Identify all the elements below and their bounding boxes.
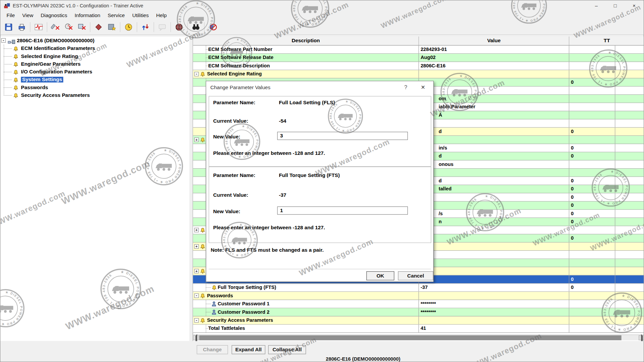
change-button[interactable]: Change [197,345,228,354]
collapse-icon[interactable]: - [194,318,199,322]
tree-item-label: ECM Identification Parameters [21,46,95,51]
tree-root[interactable]: - 2806C-E16 (DEMO00000000000) [0,37,189,45]
globe-icon[interactable] [173,21,185,33]
window-title: EST-OLYMPIAN 2023C v1.0 - Configuration … [13,3,143,9]
sidebar-item-system-settings[interactable]: System Settings [0,76,189,84]
close-icon[interactable]: × [625,0,643,11]
collapse-icon[interactable]: - [194,294,199,298]
row-description: -Selected Engine Rating [193,70,419,78]
sidebar-item-selected-engine-rating[interactable]: Selected Engine Rating [0,53,189,60]
row-value [419,119,569,127]
dialog-help-icon[interactable]: ? [399,81,412,94]
fts-current-value: -37 [279,192,286,198]
row-tattletale [569,243,644,250]
row-tattletale: 0 [569,185,644,193]
timer-icon[interactable] [122,21,135,33]
flash-star-icon[interactable] [106,21,118,33]
binoculars-icon[interactable] [190,21,202,33]
row-tattletale [569,119,644,127]
row-tattletale: 0 [569,234,644,242]
expand-icon[interactable]: + [194,244,199,249]
menu-help[interactable]: Help [152,12,170,19]
expand-icon[interactable]: + [194,269,199,273]
gauge-x-icon[interactable] [62,21,75,33]
row-value [419,267,569,275]
service-x-icon[interactable] [49,21,62,33]
fts-param-value: Full Torque Setting (FTS) [279,172,340,178]
row-value [419,226,569,234]
row-tattletale: 0 [569,284,644,291]
row-tattletale: 0 [569,218,644,226]
sidebar-item-engine-gear-parameters[interactable]: Engine/Gear Parameters [0,60,189,68]
row-value: 2806C-E16 [419,62,569,70]
dialog-title[interactable]: Change Parameter Values [206,81,433,94]
maximize-icon[interactable]: □ [606,0,625,11]
fls-new-label: New Value: [213,134,240,139]
table-row[interactable]: ECM Software Description2806C-E16 [193,62,644,70]
row-value [419,136,569,143]
scroll-right-icon[interactable] [639,335,644,340]
table-row[interactable]: Customer Password 2******** [193,308,644,316]
expand-icon[interactable]: + [194,137,199,142]
menu-service[interactable]: Service [104,12,128,19]
column-header-tt[interactable]: TT [569,37,644,45]
table-row[interactable]: -Selected Engine Rating [193,70,644,78]
menu-file[interactable]: File [3,12,19,19]
scrollbar-thumb[interactable] [199,335,622,340]
row-value: n [419,218,569,226]
expand-all-button[interactable]: Expand All [232,345,265,354]
sidebar-item-security-access-parameters[interactable]: Security Access Parameters [0,92,189,99]
menu-view[interactable]: View [18,12,37,19]
row-tattletale [569,62,644,70]
column-header-value[interactable]: Value [419,37,569,45]
print-icon[interactable] [16,21,28,33]
row-value: -37 [419,284,569,291]
row-value [419,193,569,201]
collapse-all-button[interactable]: Collapse All [268,345,306,354]
disconnect-icon[interactable] [207,21,219,33]
message-icon[interactable] [156,21,168,33]
row-value [419,70,569,78]
expand-icon[interactable]: + [194,228,199,232]
toolbar-separator [30,22,30,32]
menu-diagnostics[interactable]: Diagnostics [37,12,71,19]
row-value: onous [419,161,569,168]
parameter-group-icon [200,244,205,250]
table-row[interactable]: -Security Access Parameters [193,316,644,324]
collapse-icon[interactable]: - [1,38,6,43]
row-tattletale [569,226,644,234]
menu-information[interactable]: Information [71,12,104,19]
row-value [419,292,569,300]
dialog-close-icon[interactable]: ✕ [416,81,430,94]
menu-utilities[interactable]: Utilities [128,12,152,19]
table-row[interactable]: Customer Password 1******** [193,300,644,308]
scroll-left-icon[interactable] [193,335,199,340]
sidebar-item-passwords[interactable]: Passwords [0,84,189,92]
row-description: ECM Software Release Date [193,54,419,61]
row-description: ECM Software Description [193,62,419,70]
diamond-icon[interactable] [93,21,105,33]
program-x-icon[interactable] [75,21,88,33]
minimize-icon[interactable]: – [587,0,606,11]
save-icon[interactable] [2,21,15,33]
table-row[interactable]: -Passwords [193,292,644,300]
sidebar-item-i-o-configuration-parameters[interactable]: I/O Configuration Parameters [0,68,189,76]
column-header-description[interactable]: Description [193,37,419,45]
ecg-icon[interactable] [33,21,45,33]
ok-button[interactable]: OK [366,271,394,280]
collapse-icon[interactable]: - [194,72,199,76]
row-value [419,78,569,86]
fls-new-value-input[interactable] [277,132,408,140]
cancel-button[interactable]: Cancel [398,271,433,280]
toolbar [0,20,644,35]
table-row[interactable]: Full Torque Setting (FTS)-370 [193,284,644,292]
table-row[interactable]: ECM Software Part Number2284293-01 [193,46,644,54]
compare-arrows-icon[interactable] [139,21,152,33]
horizontal-scrollbar[interactable] [193,335,644,340]
row-description: Full Torque Setting (FTS) [193,284,419,291]
row-value: in/s [419,144,569,152]
table-row[interactable]: Total Tattletales41 [193,325,644,333]
fts-new-value-input[interactable] [277,206,408,215]
sidebar-item-ecm-identification-parameters[interactable]: ECM Identification Parameters [0,45,189,52]
table-row[interactable]: ECM Software Release DateAug02 [193,54,644,62]
